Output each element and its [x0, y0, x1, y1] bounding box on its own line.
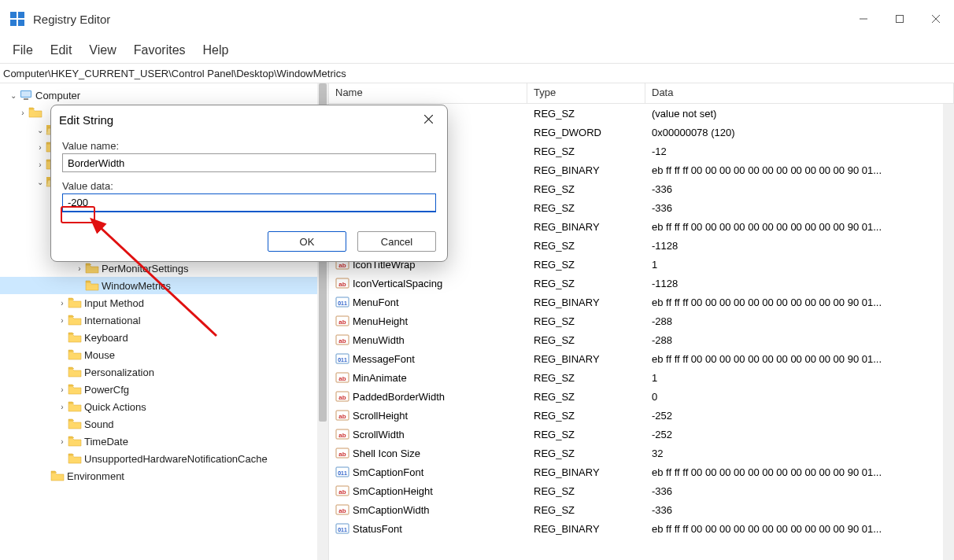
folder-icon [68, 348, 82, 361]
value-data: eb ff ff ff 00 00 00 00 00 00 00 00 00 0… [645, 221, 954, 233]
tree-row-computer[interactable]: ⌄Computer [0, 87, 328, 104]
chevron-icon[interactable]: › [35, 143, 46, 152]
address-bar[interactable]: Computer\HKEY_CURRENT_USER\Control Panel… [0, 63, 954, 83]
value-name: MessageFont [353, 353, 415, 365]
list-row[interactable]: abMenuHeightREG_SZ-288 [329, 311, 954, 330]
value-name: SmCaptionFont [353, 466, 423, 478]
title-bar: Registry Editor [0, 0, 954, 38]
column-data[interactable]: Data [645, 83, 954, 103]
string-value-icon: ab [335, 314, 349, 328]
close-button[interactable] [918, 3, 954, 35]
tree-row[interactable]: Personalization [0, 363, 328, 381]
value-type: REG_SZ [527, 183, 645, 195]
menu-edit[interactable]: Edit [43, 40, 80, 61]
ok-button[interactable]: OK [268, 231, 346, 252]
list-row[interactable]: 011MenuFontREG_BINARYeb ff ff ff 00 00 0… [329, 293, 954, 311]
value-data: eb ff ff ff 00 00 00 00 00 00 00 00 00 0… [645, 297, 954, 308]
list-row[interactable]: 011SmCaptionFontREG_BINARYeb ff ff ff 00… [329, 462, 954, 481]
menu-favorites[interactable]: Favorites [126, 40, 194, 61]
svg-text:ab: ab [338, 488, 346, 496]
chevron-icon[interactable]: › [57, 385, 68, 394]
tree-row[interactable]: UnsupportedHardwareNotificationCache [0, 450, 328, 467]
value-data-field[interactable] [62, 193, 436, 212]
chevron-icon[interactable]: › [57, 437, 68, 446]
svg-text:011: 011 [338, 527, 347, 532]
cancel-button[interactable]: Cancel [357, 231, 436, 252]
list-scrollbar[interactable] [943, 104, 954, 560]
value-name: MenuWidth [353, 334, 405, 346]
value-data: -336 [645, 504, 954, 516]
chevron-icon[interactable]: ⌄ [35, 126, 46, 134]
folder-icon [68, 314, 82, 326]
tree-row[interactable]: Sound [0, 415, 328, 433]
list-row[interactable]: abMinAnimateREG_SZ1 [329, 368, 954, 387]
chevron-down-icon[interactable]: ⌄ [8, 91, 19, 100]
value-data: eb ff ff ff 00 00 00 00 00 00 00 00 00 0… [645, 164, 954, 176]
list-row[interactable]: 011MessageFontREG_BINARYeb ff ff ff 00 0… [329, 349, 954, 368]
value-data: 1 [645, 259, 954, 271]
value-data-label: Value data: [62, 180, 436, 192]
value-type: REG_SZ [527, 334, 645, 346]
tree-label: Keyboard [84, 332, 128, 344]
string-value-icon: ab [335, 408, 349, 422]
list-row[interactable]: abIconVerticalSpacingREG_SZ-1128 [329, 274, 954, 293]
folder-icon [68, 400, 82, 413]
list-row[interactable]: abMenuWidthREG_SZ-288 [329, 330, 954, 349]
value-name: MenuHeight [353, 315, 408, 327]
value-type: REG_BINARY [527, 353, 645, 365]
svg-rect-3 [18, 20, 24, 26]
chevron-icon[interactable]: › [35, 160, 46, 169]
tree-row[interactable]: ›International [0, 311, 328, 329]
list-row[interactable]: abSmCaptionHeightREG_SZ-336 [329, 481, 954, 500]
list-row[interactable]: abSmCaptionWidthREG_SZ-336 [329, 500, 954, 519]
chevron-icon[interactable]: › [74, 264, 85, 273]
tree-label: Computer [35, 90, 80, 101]
menu-file[interactable]: File [5, 40, 41, 61]
tree-row[interactable]: ›PowerCfg [0, 381, 328, 398]
chevron-icon[interactable]: › [17, 109, 28, 117]
tree-row[interactable]: ›Quick Actions [0, 398, 328, 415]
value-name: PaddedBorderWidth [353, 391, 445, 403]
value-data: -336 [645, 485, 954, 497]
column-type[interactable]: Type [527, 83, 645, 103]
tree-label: Mouse [84, 349, 115, 361]
value-type: REG_SZ [527, 429, 645, 440]
tree-row[interactable]: WindowMetrics [0, 277, 328, 294]
value-data: eb ff ff ff 00 00 00 00 00 00 00 00 00 0… [645, 523, 954, 535]
value-name-field[interactable] [62, 153, 436, 172]
value-data: -12 [645, 146, 954, 157]
maximize-button[interactable] [882, 3, 918, 35]
tree-row[interactable]: ›TimeDate [0, 433, 328, 450]
column-name[interactable]: Name [329, 83, 527, 103]
list-row[interactable]: abScrollHeightREG_SZ-252 [329, 406, 954, 425]
list-row[interactable]: 011StatusFontREG_BINARYeb ff ff ff 00 00… [329, 519, 954, 538]
value-type: REG_SZ [527, 278, 645, 289]
list-row[interactable]: abShell Icon SizeREG_SZ32 [329, 444, 954, 462]
chevron-icon[interactable]: ⌄ [35, 178, 46, 186]
dialog-close-button[interactable] [417, 113, 439, 126]
tree-row[interactable]: ›Input Method [0, 294, 328, 311]
menu-help[interactable]: Help [195, 40, 237, 61]
tree-row[interactable]: Mouse [0, 346, 328, 363]
value-type: REG_BINARY [527, 221, 645, 233]
string-value-icon: ab [335, 370, 349, 385]
string-value-icon: ab [335, 484, 349, 498]
folder-icon [50, 470, 65, 482]
menu-view[interactable]: View [81, 40, 124, 61]
string-value-icon: ab [335, 446, 349, 460]
tree-row[interactable]: Environment [0, 467, 328, 484]
minimize-button[interactable] [845, 3, 882, 35]
binary-value-icon: 011 [335, 352, 349, 366]
list-row[interactable]: abScrollWidthREG_SZ-252 [329, 425, 954, 444]
binary-value-icon: 011 [335, 295, 349, 309]
dialog-title: Edit String [59, 113, 113, 127]
tree-label: UnsupportedHardwareNotificationCache [84, 453, 268, 465]
chevron-icon[interactable]: › [57, 316, 68, 325]
tree-row[interactable]: Keyboard [0, 329, 328, 346]
chevron-icon[interactable]: › [57, 299, 68, 308]
value-data: -336 [645, 183, 954, 195]
list-row[interactable]: abPaddedBorderWidthREG_SZ0 [329, 387, 954, 406]
chevron-icon[interactable]: › [57, 403, 68, 411]
folder-icon [68, 452, 82, 465]
tree-row[interactable]: ›PerMonitorSettings [0, 260, 328, 277]
